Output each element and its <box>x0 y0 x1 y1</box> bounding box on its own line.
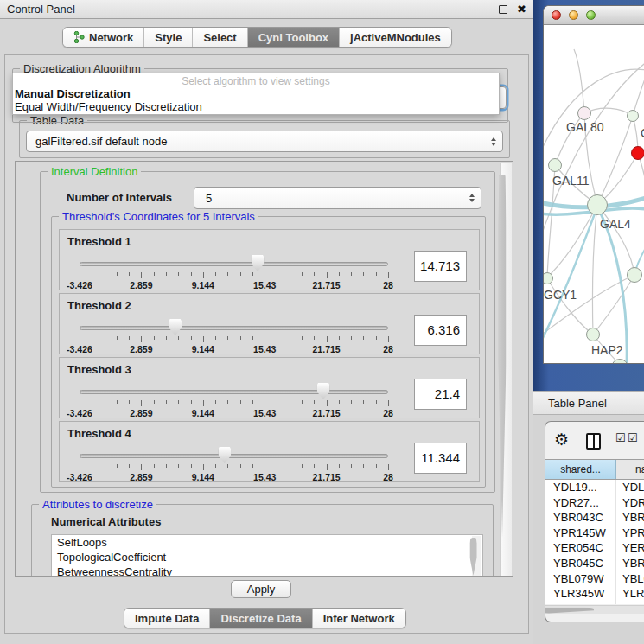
tick-mark <box>327 336 328 342</box>
checkbox-icon[interactable]: ☑ <box>615 431 626 444</box>
column-header-shared-name[interactable]: shared... <box>545 460 616 479</box>
tick-mark <box>252 336 253 340</box>
column-header-name[interactable]: na <box>616 460 644 479</box>
number-of-intervals-select[interactable]: 5 <box>194 187 481 209</box>
attributes-scrollbar[interactable] <box>472 536 481 577</box>
tick-mark <box>203 336 204 342</box>
cell-name: YPR1 <box>616 526 644 541</box>
slider-thumb[interactable] <box>169 319 182 335</box>
threshold-value-field[interactable]: 11.344 <box>414 443 467 474</box>
tab-jactivemnodules[interactable]: jActiveMNodules <box>340 28 451 47</box>
tick-mark <box>154 272 155 276</box>
network-node-gal4[interactable] <box>587 194 608 215</box>
tab-network[interactable]: Network <box>63 28 144 47</box>
tab-label: Style <box>155 31 182 44</box>
table-row[interactable]: YDR27...YDR2 <box>545 495 644 511</box>
tick-mark <box>166 272 167 276</box>
tick-label: 9.144 <box>192 472 214 482</box>
apply-button[interactable]: Apply <box>231 580 291 598</box>
tab-cyni-toolbox[interactable]: Cyni Toolbox <box>248 28 340 47</box>
table-row[interactable]: YLR345WYLR3 <box>545 586 644 602</box>
network-node-c[interactable] <box>631 146 644 160</box>
slider-track[interactable] <box>80 262 388 266</box>
tick-mark <box>117 400 118 404</box>
network-node-gal80[interactable] <box>577 106 591 120</box>
threshold-value-field[interactable]: 14.713 <box>414 251 467 282</box>
tick-mark <box>141 464 142 470</box>
cell-shared-name: YDR27... <box>545 495 616 511</box>
tick-label: 28 <box>383 344 393 354</box>
node-label: GAL4 <box>600 217 631 231</box>
split-column-icon[interactable] <box>586 433 601 450</box>
threshold-slider[interactable]: -3.4262.8599.14415.4321.71528 <box>80 254 388 290</box>
attribute-list-item[interactable]: TopologicalCoefficient <box>52 550 482 564</box>
tick-label: 28 <box>383 280 393 290</box>
network-node-hap2[interactable] <box>586 328 600 341</box>
mode-tab-discretize-data[interactable]: Discretize Data <box>210 609 312 628</box>
mode-tab-impute-data[interactable]: Impute Data <box>124 609 210 628</box>
number-of-intervals-label: Number of Intervals <box>67 191 172 204</box>
slider-thumb[interactable] <box>252 255 265 271</box>
numerical-attributes-list[interactable]: SelfLoopsTopologicalCoefficientBetweenne… <box>51 534 483 577</box>
slider-thumb[interactable] <box>317 383 330 399</box>
network-node-gal11[interactable] <box>548 158 562 172</box>
checkbox-icon[interactable]: ☑ <box>628 431 638 444</box>
table-row[interactable]: YBL079WYBL0 <box>545 571 644 587</box>
threshold-panel-3: Threshold 3-3.4262.8599.14415.4321.71528… <box>59 357 480 418</box>
tick-mark <box>191 336 192 340</box>
close-icon[interactable]: ✖ <box>517 5 526 14</box>
tick-mark <box>327 272 328 278</box>
tick-mark <box>290 400 290 404</box>
settings-gear-icon[interactable]: ⚙ <box>554 430 569 450</box>
tick-label: 15.43 <box>253 408 276 418</box>
dropdown-item-manual-discretization[interactable]: Manual Discretization <box>13 87 499 100</box>
table-row[interactable]: YBR043CYBR0 <box>545 510 644 526</box>
table-row[interactable]: YIL052CYIL0 <box>545 602 644 604</box>
slider-track[interactable] <box>80 326 388 330</box>
tick-label: 21.715 <box>313 344 341 354</box>
tick-label: 2.859 <box>130 280 152 290</box>
cell-shared-name: YPR145W <box>545 526 616 541</box>
tick-mark <box>265 400 265 406</box>
table-row[interactable]: YPR145WYPR1 <box>545 526 644 541</box>
table-row[interactable]: YER054CYER0 <box>545 540 644 556</box>
table-row[interactable]: YBR045CYBR0 <box>545 556 644 571</box>
settings-vertical-scrollbar[interactable] <box>500 163 512 577</box>
slider-track[interactable] <box>80 454 388 458</box>
attribute-list-item[interactable]: BetweennessCentrality <box>52 564 482 577</box>
slider-thumb[interactable] <box>218 447 231 463</box>
network-node-ga[interactable] <box>627 110 639 122</box>
tab-select[interactable]: Select <box>193 28 247 47</box>
network-canvas[interactable]: GAL80GACGAL11GAL4GCY1HHAP2 <box>544 25 644 364</box>
tick-mark <box>227 336 228 340</box>
threshold-slider[interactable]: -3.4262.8599.14415.4321.71528 <box>80 318 388 354</box>
control-panel: Control Panel ✖ NetworkStyleSelectCyni T… <box>0 0 533 644</box>
table-horizontal-scrollbar[interactable] <box>545 605 644 614</box>
table-row[interactable]: YDL19...YDL1 <box>545 480 644 495</box>
tick-mark <box>302 464 303 468</box>
attribute-list-item[interactable]: SelfLoops <box>52 535 482 550</box>
minimize-traffic-light-icon[interactable] <box>569 10 578 20</box>
tick-mark <box>265 272 265 278</box>
tab-label: Network <box>89 31 133 44</box>
zoom-traffic-light-icon[interactable] <box>586 10 596 20</box>
threshold-slider[interactable]: -3.4262.8599.14415.4321.71528 <box>80 446 388 482</box>
mode-tab-infer-network[interactable]: Infer Network <box>313 609 405 628</box>
tick-mark <box>376 272 377 276</box>
cell-name: YBL0 <box>616 571 644 587</box>
tab-style[interactable]: Style <box>144 28 193 47</box>
tick-mark <box>92 464 92 468</box>
tick-mark <box>129 336 130 340</box>
threshold-value-field[interactable]: 21.4 <box>414 379 467 410</box>
dropdown-item-equal-width-frequency[interactable]: Equal Width/Frequency Discretization <box>13 100 499 113</box>
tick-mark <box>191 400 192 404</box>
tick-mark <box>240 464 241 468</box>
network-node-h[interactable] <box>627 267 642 283</box>
threshold-value-field[interactable]: 6.316 <box>414 315 467 346</box>
tick-mark <box>203 464 204 470</box>
table-data-select[interactable]: galFiltered.sif default node <box>26 131 503 152</box>
close-traffic-light-icon[interactable] <box>552 10 561 20</box>
float-icon[interactable] <box>499 5 507 14</box>
slider-track[interactable] <box>80 390 388 394</box>
threshold-slider[interactable]: -3.4262.8599.14415.4321.71528 <box>80 382 388 418</box>
